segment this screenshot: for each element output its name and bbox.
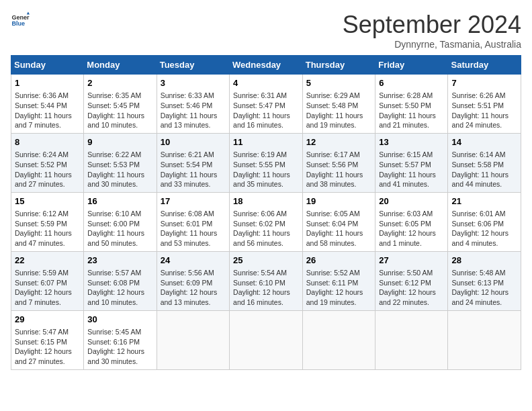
calendar-cell: 12Sunrise: 6:17 AM Sunset: 5:56 PM Dayli… xyxy=(302,133,375,192)
day-info: Sunrise: 6:29 AM Sunset: 5:48 PM Dayligh… xyxy=(306,91,371,130)
calendar-week-row: 15Sunrise: 6:12 AM Sunset: 5:59 PM Dayli… xyxy=(11,192,521,251)
day-number: 3 xyxy=(161,77,226,89)
day-of-week-header: Friday xyxy=(375,56,448,75)
logo: General Blue xyxy=(11,11,30,30)
day-of-week-header: Monday xyxy=(84,56,157,75)
day-number: 20 xyxy=(379,195,444,208)
calendar-cell: 3Sunrise: 6:33 AM Sunset: 5:46 PM Daylig… xyxy=(157,75,229,134)
month-title: September 2024 xyxy=(343,11,521,39)
calendar-cell: 13Sunrise: 6:15 AM Sunset: 5:57 PM Dayli… xyxy=(375,133,448,192)
day-info: Sunrise: 6:03 AM Sunset: 6:05 PM Dayligh… xyxy=(379,209,444,248)
calendar-cell xyxy=(230,310,303,369)
title-section: September 2024 Dynnyrne, Tasmania, Austr… xyxy=(343,11,521,50)
day-info: Sunrise: 6:10 AM Sunset: 6:00 PM Dayligh… xyxy=(87,209,152,248)
day-info: Sunrise: 5:54 AM Sunset: 6:10 PM Dayligh… xyxy=(233,268,299,308)
day-number: 18 xyxy=(233,195,299,208)
day-info: Sunrise: 5:45 AM Sunset: 6:16 PM Dayligh… xyxy=(87,327,152,367)
day-info: Sunrise: 6:15 AM Sunset: 5:57 PM Dayligh… xyxy=(379,150,444,189)
calendar-cell: 26Sunrise: 5:52 AM Sunset: 6:11 PM Dayli… xyxy=(302,251,375,310)
day-number: 23 xyxy=(87,255,152,267)
day-of-week-header: Thursday xyxy=(302,56,375,75)
day-number: 27 xyxy=(379,255,444,267)
calendar-cell: 21Sunrise: 6:01 AM Sunset: 6:06 PM Dayli… xyxy=(448,192,521,251)
day-number: 10 xyxy=(161,136,226,148)
svg-marker-2 xyxy=(27,11,30,14)
day-info: Sunrise: 6:17 AM Sunset: 5:56 PM Dayligh… xyxy=(306,150,371,189)
day-number: 28 xyxy=(451,255,517,267)
day-info: Sunrise: 5:57 AM Sunset: 6:08 PM Dayligh… xyxy=(87,268,152,308)
page-header: General Blue September 2024 Dynnyrne, Ta… xyxy=(11,11,521,50)
calendar-cell: 2Sunrise: 6:35 AM Sunset: 5:45 PM Daylig… xyxy=(84,75,157,134)
calendar-week-row: 8Sunrise: 6:24 AM Sunset: 5:52 PM Daylig… xyxy=(11,133,521,192)
calendar-cell: 16Sunrise: 6:10 AM Sunset: 6:00 PM Dayli… xyxy=(84,192,157,251)
day-info: Sunrise: 6:12 AM Sunset: 5:59 PM Dayligh… xyxy=(15,209,80,248)
calendar-table: SundayMondayTuesdayWednesdayThursdayFrid… xyxy=(11,55,521,370)
day-number: 19 xyxy=(306,195,371,208)
calendar-cell: 5Sunrise: 6:29 AM Sunset: 5:48 PM Daylig… xyxy=(302,75,375,134)
calendar-cell: 10Sunrise: 6:21 AM Sunset: 5:54 PM Dayli… xyxy=(157,133,229,192)
day-info: Sunrise: 6:21 AM Sunset: 5:54 PM Dayligh… xyxy=(161,150,226,189)
day-number: 1 xyxy=(15,77,80,89)
day-info: Sunrise: 6:22 AM Sunset: 5:53 PM Dayligh… xyxy=(87,150,152,189)
day-number: 11 xyxy=(233,136,299,148)
day-of-week-header: Wednesday xyxy=(230,56,303,75)
day-info: Sunrise: 6:06 AM Sunset: 6:02 PM Dayligh… xyxy=(233,209,299,248)
calendar-cell: 30Sunrise: 5:45 AM Sunset: 6:16 PM Dayli… xyxy=(84,310,157,369)
calendar-cell: 29Sunrise: 5:47 AM Sunset: 6:15 PM Dayli… xyxy=(11,310,84,369)
day-number: 4 xyxy=(233,77,299,89)
calendar-cell: 19Sunrise: 6:05 AM Sunset: 6:04 PM Dayli… xyxy=(302,192,375,251)
day-info: Sunrise: 6:05 AM Sunset: 6:04 PM Dayligh… xyxy=(306,209,371,248)
calendar-cell: 27Sunrise: 5:50 AM Sunset: 6:12 PM Dayli… xyxy=(375,251,448,310)
day-number: 5 xyxy=(306,77,371,89)
day-of-week-header: Saturday xyxy=(448,56,521,75)
calendar-cell xyxy=(375,310,448,369)
day-number: 25 xyxy=(233,255,299,267)
day-info: Sunrise: 6:35 AM Sunset: 5:45 PM Dayligh… xyxy=(87,91,152,130)
day-number: 29 xyxy=(15,314,80,326)
svg-text:Blue: Blue xyxy=(11,20,25,27)
calendar-cell: 24Sunrise: 5:56 AM Sunset: 6:09 PM Dayli… xyxy=(157,251,229,310)
day-of-week-header: Tuesday xyxy=(157,56,229,75)
day-info: Sunrise: 6:19 AM Sunset: 5:55 PM Dayligh… xyxy=(233,150,299,189)
calendar-cell: 9Sunrise: 6:22 AM Sunset: 5:53 PM Daylig… xyxy=(84,133,157,192)
calendar-cell: 23Sunrise: 5:57 AM Sunset: 6:08 PM Dayli… xyxy=(84,251,157,310)
day-info: Sunrise: 6:01 AM Sunset: 6:06 PM Dayligh… xyxy=(451,209,517,248)
day-number: 9 xyxy=(87,136,152,148)
day-info: Sunrise: 6:24 AM Sunset: 5:52 PM Dayligh… xyxy=(15,150,80,189)
day-info: Sunrise: 6:26 AM Sunset: 5:51 PM Dayligh… xyxy=(451,91,517,130)
svg-text:General: General xyxy=(11,14,30,21)
calendar-cell: 1Sunrise: 6:36 AM Sunset: 5:44 PM Daylig… xyxy=(11,75,84,134)
day-number: 21 xyxy=(451,195,517,208)
calendar-cell: 25Sunrise: 5:54 AM Sunset: 6:10 PM Dayli… xyxy=(230,251,303,310)
calendar-cell: 8Sunrise: 6:24 AM Sunset: 5:52 PM Daylig… xyxy=(11,133,84,192)
location: Dynnyrne, Tasmania, Australia xyxy=(343,39,521,50)
calendar-cell: 4Sunrise: 6:31 AM Sunset: 5:47 PM Daylig… xyxy=(230,75,303,134)
day-number: 16 xyxy=(87,195,152,208)
calendar-cell: 18Sunrise: 6:06 AM Sunset: 6:02 PM Dayli… xyxy=(230,192,303,251)
day-number: 22 xyxy=(15,255,80,267)
day-of-week-header: Sunday xyxy=(11,56,84,75)
day-number: 12 xyxy=(306,136,371,148)
calendar-cell: 7Sunrise: 6:26 AM Sunset: 5:51 PM Daylig… xyxy=(448,75,521,134)
day-info: Sunrise: 5:50 AM Sunset: 6:12 PM Dayligh… xyxy=(379,268,444,308)
day-number: 17 xyxy=(161,195,226,208)
calendar-cell: 15Sunrise: 6:12 AM Sunset: 5:59 PM Dayli… xyxy=(11,192,84,251)
day-info: Sunrise: 5:48 AM Sunset: 6:13 PM Dayligh… xyxy=(451,268,517,308)
calendar-week-row: 1Sunrise: 6:36 AM Sunset: 5:44 PM Daylig… xyxy=(11,75,521,134)
calendar-cell xyxy=(157,310,229,369)
day-info: Sunrise: 6:33 AM Sunset: 5:46 PM Dayligh… xyxy=(161,91,226,130)
calendar-week-row: 22Sunrise: 5:59 AM Sunset: 6:07 PM Dayli… xyxy=(11,251,521,310)
calendar-cell: 20Sunrise: 6:03 AM Sunset: 6:05 PM Dayli… xyxy=(375,192,448,251)
day-info: Sunrise: 5:56 AM Sunset: 6:09 PM Dayligh… xyxy=(161,268,226,308)
calendar-header-row: SundayMondayTuesdayWednesdayThursdayFrid… xyxy=(11,56,521,75)
calendar-cell xyxy=(448,310,521,369)
calendar-cell: 11Sunrise: 6:19 AM Sunset: 5:55 PM Dayli… xyxy=(230,133,303,192)
day-number: 30 xyxy=(87,314,152,326)
day-number: 24 xyxy=(161,255,226,267)
day-number: 26 xyxy=(306,255,371,267)
calendar-week-row: 29Sunrise: 5:47 AM Sunset: 6:15 PM Dayli… xyxy=(11,310,521,369)
day-number: 2 xyxy=(87,77,152,89)
calendar-cell: 14Sunrise: 6:14 AM Sunset: 5:58 PM Dayli… xyxy=(448,133,521,192)
day-number: 8 xyxy=(15,136,80,148)
day-info: Sunrise: 5:52 AM Sunset: 6:11 PM Dayligh… xyxy=(306,268,371,308)
